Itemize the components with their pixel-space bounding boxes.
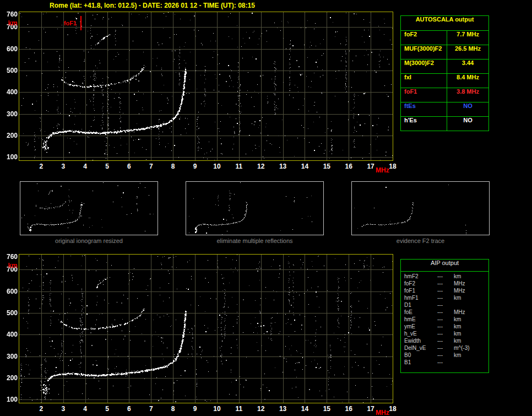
x-tick-label: 16: [342, 163, 355, 170]
aip-row: foE---MHz: [401, 309, 488, 316]
x-tick-label: 7: [144, 405, 158, 413]
x-tick-label: 14: [298, 163, 311, 170]
x-tick-label: 16: [342, 405, 355, 413]
x-tick-label: 15: [320, 163, 333, 170]
aip-param-label: B1: [401, 359, 437, 366]
aip-output-body: hmF2---kmfoF2---MHzfoF1---MHzhmF1---kmD1…: [401, 272, 488, 366]
x-tick-label: 4: [79, 405, 92, 413]
autoscala-screen: Rome (lat: +41.8, lon: 012.5) - DATE: 20…: [0, 0, 532, 416]
x-tick-label: 10: [210, 163, 224, 170]
autoscala-output-table: AUTOSCALA output foF27.7 MHzMUF(3000)F22…: [400, 15, 489, 131]
autoscala-param-value: NO: [447, 117, 488, 131]
autoscala-param-label: h'Es: [401, 117, 447, 131]
aip-param-label: D1: [401, 302, 437, 309]
x-tick-label: 13: [276, 163, 290, 170]
fof1-marker-label: foF1: [64, 20, 77, 26]
aip-param-value: ---: [437, 323, 454, 331]
aip-param-value: ---: [437, 309, 454, 316]
autoscala-param-label: foF2: [401, 31, 447, 45]
x-tick-label: 9: [188, 405, 202, 413]
aip-row: hmF1---km: [401, 295, 488, 302]
aip-param-unit: km: [454, 323, 488, 331]
aip-param-value: ---: [437, 331, 454, 338]
x-tick-label: 2: [35, 163, 48, 170]
aip-param-unit: km: [454, 316, 488, 323]
mhz-unit-label: MHz: [376, 166, 392, 174]
autoscala-row: fxI8.4 MHz: [401, 74, 488, 88]
aip-param-unit: km: [454, 295, 488, 302]
fof1-marker-line: [80, 16, 82, 30]
x-tick-label: 11: [232, 405, 246, 413]
y-tick-label: 500: [2, 309, 18, 317]
aip-param-label: B0: [401, 352, 437, 359]
x-tick-label: 5: [101, 163, 114, 170]
autoscala-row: MUF(3000)F226.5 MHz: [401, 45, 488, 60]
y-tick-label: 760: [2, 253, 18, 261]
aip-param-value: ---: [437, 280, 454, 288]
aip-param-unit: km: [454, 352, 488, 359]
x-tick-label: 15: [320, 405, 333, 413]
aip-param-value: ---: [437, 295, 454, 302]
autoscala-param-value: 3.44: [447, 60, 488, 73]
x-tick-label: 8: [166, 405, 180, 413]
aip-row: B0---km: [401, 352, 488, 359]
autoscala-output-body: foF27.7 MHzMUF(3000)F226.5 MHzM(3000)F23…: [401, 31, 488, 131]
aip-param-unit: MHz: [454, 288, 488, 295]
autoscala-row: ftEsNO: [401, 102, 488, 117]
autoscala-param-label: fxI: [401, 74, 447, 88]
y-tick-label: 760: [2, 10, 18, 18]
aip-param-label: hmF2: [401, 273, 437, 280]
thumbnail-caption-original: original ionogram resized: [20, 237, 158, 244]
bottom-ionogram-canvas: [19, 254, 393, 403]
y-tick-label: 600: [2, 45, 18, 53]
x-tick-label: 12: [254, 163, 268, 170]
y-tick-label: 300: [2, 353, 18, 360]
y-tick-label: 500: [2, 67, 18, 74]
x-tick-label: 9: [188, 163, 202, 170]
x-tick-label: 3: [57, 163, 70, 170]
aip-param-unit: [454, 359, 488, 366]
autoscala-param-value: 3.8 MHz: [447, 88, 488, 102]
autoscala-row: M(3000)F23.44: [401, 60, 488, 74]
x-tick-label: 12: [254, 405, 268, 413]
y-tick-label: 300: [2, 110, 18, 118]
x-tick-label: 6: [122, 163, 135, 170]
autoscala-row: foF13.8 MHz: [401, 88, 488, 102]
mhz-unit-label: MHz: [376, 409, 392, 416]
aip-param-value: ---: [437, 345, 454, 352]
aip-param-value: ---: [437, 359, 454, 366]
thumbnail-eliminate-multiples-canvas: [186, 181, 324, 235]
thumbnail-caption-evidence-f2: evidence F2 trace: [351, 237, 490, 244]
autoscala-row: h'EsNO: [401, 117, 488, 131]
km-unit-label: km: [2, 262, 18, 269]
y-tick-label: 200: [2, 374, 18, 382]
aip-row: hmF2---km: [401, 273, 488, 280]
autoscala-param-label: MUF(3000)F2: [401, 45, 447, 59]
x-tick-label: 11: [232, 163, 246, 170]
thumbnail-original-ionogram-canvas: [20, 181, 158, 235]
aip-param-value: ---: [437, 302, 454, 309]
aip-param-unit: m^(-3): [454, 345, 488, 352]
autoscala-param-label: ftEs: [401, 102, 447, 116]
aip-param-label: Ewidth: [401, 338, 437, 345]
aip-param-label: foF1: [401, 288, 437, 295]
station-title: Rome (lat: +41.8, lon: 012.5) - DATE: 20…: [50, 2, 255, 9]
y-tick-label: 200: [2, 132, 18, 139]
aip-param-unit: [454, 302, 488, 309]
aip-param-value: ---: [437, 352, 454, 359]
aip-param-unit: km: [454, 338, 488, 345]
y-tick-label: 100: [2, 153, 18, 161]
aip-param-label: hmE: [401, 316, 437, 323]
aip-param-label: DelN_vE: [401, 345, 437, 352]
aip-param-label: foE: [401, 309, 437, 316]
aip-param-label: ymE: [401, 323, 437, 331]
x-tick-label: 3: [57, 405, 70, 413]
aip-param-value: ---: [437, 288, 454, 295]
aip-row: DelN_vE---m^(-3): [401, 345, 488, 352]
x-tick-label: 13: [276, 405, 290, 413]
thumbnail-caption-eliminate-multiples: eliminate multiple reflections: [186, 237, 324, 244]
autoscala-row: foF27.7 MHz: [401, 31, 488, 45]
y-tick-label: 600: [2, 288, 18, 295]
top-ionogram-canvas: [19, 12, 393, 161]
aip-row: h_vE---km: [401, 331, 488, 338]
